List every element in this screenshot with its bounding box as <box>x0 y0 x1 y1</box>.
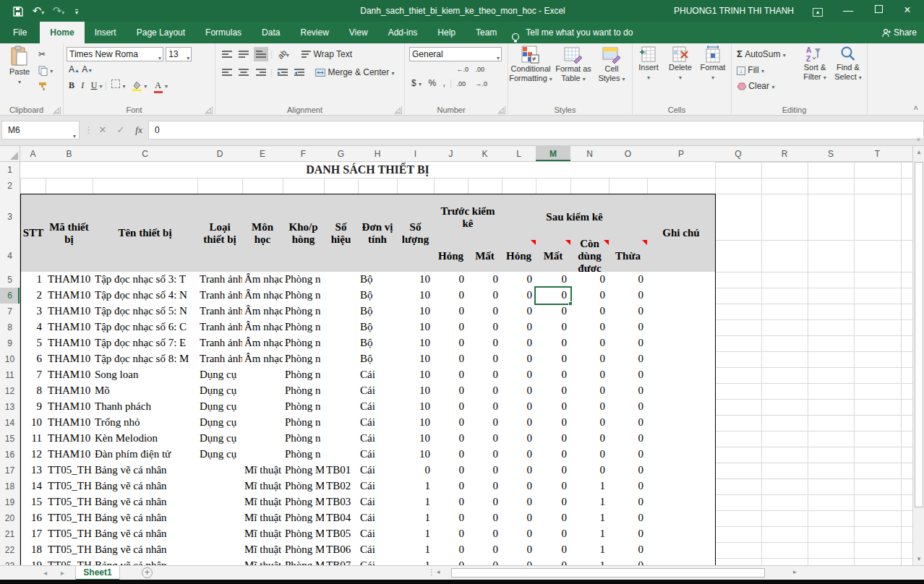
cell-G7[interactable] <box>324 304 359 320</box>
cell-N10[interactable]: 0 <box>570 351 609 368</box>
borders-icon[interactable]: ▾ <box>109 78 127 93</box>
cell-M8[interactable]: 0 <box>536 319 571 336</box>
cell-I5[interactable]: 10 <box>397 272 435 288</box>
cell-C12[interactable]: Mõ <box>93 383 198 400</box>
cell-M20[interactable]: 0 <box>536 510 571 527</box>
cell-O9[interactable]: 0 <box>609 335 648 352</box>
vertical-scroll-thumb[interactable] <box>915 162 923 507</box>
cell-N19[interactable]: 1 <box>570 494 609 511</box>
cell-J19[interactable]: 0 <box>434 494 469 511</box>
cell-O15[interactable]: 0 <box>609 431 648 447</box>
column-header-S[interactable]: S <box>808 146 855 162</box>
cell-A7[interactable]: 3 <box>20 304 46 320</box>
table-header-D[interactable]: Loại thiết bị <box>197 194 243 272</box>
cell-P18[interactable] <box>647 478 716 495</box>
cell-F8[interactable]: Phòng n <box>283 319 325 336</box>
row-header-10[interactable]: 10 <box>0 351 20 368</box>
cell-B14[interactable]: THAM10 <box>46 415 93 431</box>
table-subheader-O[interactable]: Thừa <box>609 240 648 272</box>
bold-button[interactable]: B <box>67 78 77 93</box>
decrease-font-icon[interactable]: A▼ <box>80 62 90 77</box>
cell-K22[interactable]: 0 <box>468 542 502 559</box>
cell-O5[interactable]: 0 <box>609 272 648 288</box>
cell-A5[interactable]: 1 <box>20 272 46 288</box>
cell-N16[interactable]: 0 <box>570 447 609 463</box>
save-icon[interactable] <box>10 3 26 19</box>
cell-F5[interactable]: Phòng n <box>283 272 325 288</box>
cell-L6[interactable]: 0 <box>502 288 536 304</box>
cell-N8[interactable]: 0 <box>570 319 609 336</box>
cell-I8[interactable]: 10 <box>397 319 435 336</box>
ribbon-tab-home[interactable]: Home <box>40 22 84 43</box>
cell-L17[interactable]: 0 <box>502 463 536 479</box>
table-header-I[interactable]: Số lượng <box>397 194 435 272</box>
cell-F23[interactable]: Phòng M <box>283 558 325 565</box>
cell-H14[interactable]: Cái <box>358 415 398 431</box>
table-header-A[interactable]: STT <box>20 194 46 272</box>
column-header-A[interactable]: A <box>20 146 46 162</box>
cell-G22[interactable]: TB06 <box>324 542 359 559</box>
underline-button[interactable]: U <box>89 78 100 93</box>
close-icon[interactable]: × <box>895 0 920 22</box>
column-header-G[interactable]: G <box>324 146 359 162</box>
cell-M23[interactable]: 0 <box>536 558 571 565</box>
cell-L20[interactable]: 0 <box>502 510 536 527</box>
align-right-icon[interactable] <box>254 65 268 80</box>
row-header-6[interactable]: 6 <box>0 288 20 304</box>
cell-C21[interactable]: Bảng vẽ cá nhân <box>93 526 198 543</box>
cell-M13[interactable]: 0 <box>536 399 571 416</box>
name-box[interactable]: M6▾ <box>1 121 80 139</box>
clipboard-dialog-launcher-icon[interactable]: ◿ <box>53 106 61 114</box>
cell-H10[interactable]: Bộ <box>358 351 398 368</box>
sheet-nav-right-icon[interactable]: ▸ <box>61 566 64 580</box>
cell-O7[interactable]: 0 <box>609 304 648 320</box>
cell-N20[interactable]: 1 <box>570 510 609 527</box>
cell-B8[interactable]: THAM10 <box>46 319 93 336</box>
sort-filter-button[interactable]: AZ Sort &Filter ▾ <box>798 43 831 82</box>
row-header-5[interactable]: 5 <box>0 272 20 288</box>
cell-H12[interactable]: Cái <box>358 383 398 400</box>
cell-P17[interactable] <box>647 463 716 479</box>
cell-E18[interactable]: Mĩ thuật <box>242 478 283 495</box>
cell-H19[interactable]: Cái <box>358 494 398 511</box>
redo-icon[interactable]: ↷▾ <box>49 3 68 21</box>
cell-J5[interactable]: 0 <box>434 272 469 288</box>
cell-M12[interactable]: 0 <box>536 383 571 400</box>
cell-N18[interactable]: 1 <box>570 478 609 495</box>
cell-I12[interactable]: 10 <box>397 383 435 400</box>
cell-J15[interactable]: 0 <box>434 431 469 447</box>
clear-button[interactable]: Clear ▾ <box>735 79 777 93</box>
cell-A23[interactable]: 19 <box>20 558 46 565</box>
cell-B18[interactable]: TT05_TH <box>46 478 93 495</box>
spreadsheet-grid[interactable]: ABCDEFGHIJKLMNOPQRST12345678910111213141… <box>0 146 924 565</box>
cell-H13[interactable]: Cái <box>358 399 398 416</box>
insert-cells-button[interactable]: Insert▾ <box>633 43 664 81</box>
cell-I14[interactable]: 10 <box>397 415 435 431</box>
cell-P13[interactable] <box>647 399 716 416</box>
cell-K17[interactable]: 0 <box>468 463 502 479</box>
row-header-13[interactable]: 13 <box>0 399 20 416</box>
cell-K13[interactable]: 0 <box>468 399 502 416</box>
row-header-11[interactable]: 11 <box>0 367 20 384</box>
cell-L5[interactable]: 0 <box>502 272 536 288</box>
cell-O23[interactable]: 0 <box>609 558 648 565</box>
cell-C18[interactable]: Bảng vẽ cá nhân <box>93 478 198 495</box>
cell-N23[interactable]: 1 <box>570 558 609 565</box>
cell-H20[interactable]: Cái <box>358 510 398 527</box>
cell-B7[interactable]: THAM10 <box>46 304 93 320</box>
copy-icon[interactable]: ▾ <box>36 63 55 77</box>
fill-handle[interactable] <box>568 301 573 306</box>
cell-P12[interactable] <box>647 383 716 400</box>
cell-F20[interactable]: Phòng M <box>283 510 325 527</box>
cell-F18[interactable]: Phòng M <box>283 478 325 495</box>
ribbon-tab-page-layout[interactable]: Page Layout <box>127 22 195 43</box>
cell-L7[interactable]: 0 <box>502 304 536 320</box>
align-center-icon[interactable] <box>236 65 251 80</box>
sheet-tab-sheet1[interactable]: Sheet1 <box>75 566 120 580</box>
cut-icon[interactable]: ✂ <box>36 47 48 61</box>
cell-K11[interactable]: 0 <box>468 367 502 384</box>
font-size-combo[interactable]: 13▾ <box>166 47 192 61</box>
cell-P19[interactable] <box>647 494 716 511</box>
cell-F7[interactable]: Phòng n <box>283 304 325 320</box>
cell-G6[interactable] <box>324 288 359 304</box>
